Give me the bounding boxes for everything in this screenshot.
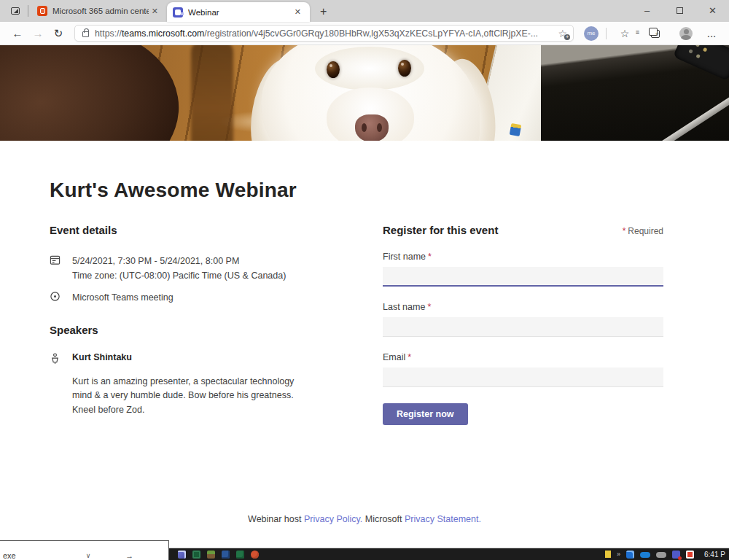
- taskbar-search-box[interactable]: exe ∨ →: [0, 540, 169, 560]
- outlook-tray-icon[interactable]: [626, 551, 634, 559]
- whiteboard-sticker: [510, 123, 522, 136]
- page-title: Kurt's Awesome Webinar: [50, 179, 729, 202]
- required-star: *: [427, 302, 431, 312]
- tab-divider: [28, 5, 28, 17]
- event-location-row: Microsoft Teams meeting: [50, 290, 363, 305]
- tab-strip: Microsoft 365 admin center - Ho ✕ Webina…: [0, 0, 729, 22]
- event-datetime: 5/24/2021, 7:30 PM - 5/24/2021, 8:00 PM: [72, 254, 286, 268]
- close-window-button[interactable]: ✕: [696, 0, 729, 20]
- webinar-registration-page: Kurt's Awesome Webinar Event details 5/2…: [0, 141, 729, 543]
- address-bar[interactable]: https://teams.microsoft.com/registration…: [74, 25, 574, 42]
- minimize-button[interactable]: –: [631, 0, 663, 20]
- new-tab-button[interactable]: +: [316, 5, 331, 18]
- email-input[interactable]: [383, 368, 663, 387]
- event-details-heading: Event details: [50, 224, 363, 236]
- settings-more-button[interactable]: ...: [701, 27, 722, 39]
- maximize-button[interactable]: [663, 0, 696, 20]
- event-timezone: Time zone: (UTC-08:00) Pacific Time (US …: [72, 268, 286, 283]
- favorites-icon[interactable]: ☆: [615, 28, 635, 39]
- dog-nose: [355, 114, 389, 141]
- teams-favicon-icon: [173, 7, 183, 18]
- avatar-icon: [679, 27, 693, 40]
- browser-profile-avatar[interactable]: [676, 27, 696, 40]
- taskbar-app-icon[interactable]: [178, 551, 186, 559]
- required-star: *: [408, 352, 411, 362]
- url-path: /registration/v4j5cvGGr0GRqy180BHbRw,lgX…: [204, 28, 538, 39]
- event-datetime-row: 5/24/2021, 7:30 PM - 5/24/2021, 8:00 PM …: [50, 254, 363, 283]
- tray-overflow-chevron[interactable]: »: [617, 551, 620, 558]
- required-star: *: [428, 252, 432, 262]
- search-box-text: exe: [3, 551, 16, 560]
- browser-window: Microsoft 365 admin center - Ho ✕ Webina…: [0, 0, 729, 560]
- collections-glyph: [651, 30, 660, 38]
- taskbar-app-icon[interactable]: [236, 551, 244, 559]
- taskbar-app-icon[interactable]: [251, 551, 259, 559]
- register-now-button[interactable]: Register now: [383, 403, 468, 425]
- tab-actions-menu-button[interactable]: [6, 2, 25, 20]
- url-text[interactable]: https://teams.microsoft.com/registration…: [95, 28, 553, 39]
- email-label: Email*: [383, 352, 663, 362]
- collections-icon[interactable]: [645, 28, 666, 38]
- forward-button: →: [28, 27, 48, 39]
- presenter-icon: [50, 353, 61, 368]
- navigation-bar: ← → ↻ https://teams.microsoft.com/regist…: [0, 22, 729, 45]
- tab-close-icon[interactable]: ✕: [149, 6, 161, 17]
- back-button[interactable]: ←: [7, 27, 28, 39]
- first-name-input[interactable]: [383, 267, 663, 287]
- speakers-section: Speakers Kurt Shintaku Kurt is an amazin…: [50, 324, 363, 417]
- email-field-group: Email*: [383, 352, 663, 387]
- dog-right-eye: [398, 60, 411, 77]
- recording-tray-icon[interactable]: [686, 551, 694, 559]
- speaker-row: Kurt Shintaku: [50, 352, 363, 368]
- teams-tray-icon[interactable]: [672, 551, 680, 559]
- label-text: Last name: [383, 302, 425, 312]
- tab-webinar[interactable]: Webinar ✕: [167, 2, 310, 22]
- label-text: First name: [383, 252, 426, 262]
- required-note: *Required: [623, 226, 663, 236]
- last-name-input[interactable]: [383, 317, 663, 337]
- speakers-heading: Speakers: [50, 324, 363, 336]
- refresh-button[interactable]: ↻: [48, 27, 69, 40]
- chevron-down-icon[interactable]: ∨: [86, 552, 91, 559]
- taskbar-app-icon[interactable]: [222, 551, 230, 559]
- privacy-statement-link[interactable]: Privacy Statement.: [405, 514, 481, 524]
- taskbar-clock[interactable]: 6:41 P: [704, 551, 728, 559]
- registration-form: Register for this event *Required First …: [383, 224, 663, 425]
- page-footer: Webinar host Privacy Policy. Microsoft P…: [0, 514, 729, 543]
- maximize-icon: [677, 7, 683, 14]
- location-icon: [50, 291, 61, 305]
- required-note-text: Required: [628, 226, 663, 236]
- system-tray: » 6:41 P: [605, 551, 729, 559]
- cloud-tray-icon[interactable]: [656, 552, 666, 558]
- taskbar-app-icon[interactable]: [207, 551, 215, 559]
- label-text: Email: [383, 352, 405, 362]
- go-arrow-icon[interactable]: →: [125, 551, 133, 560]
- taskbar-app-icon[interactable]: [192, 551, 200, 559]
- window-controls: – ✕: [631, 0, 729, 20]
- taskbar-apps: [178, 551, 259, 559]
- event-info-column: Event details 5/24/2021, 7:30 PM - 5/24/…: [50, 224, 363, 425]
- last-name-field-group: Last name*: [383, 302, 663, 337]
- profile-extension-badge[interactable]: me: [584, 26, 599, 41]
- speaker-name: Kurt Shintaku: [72, 352, 132, 368]
- url-domain: teams.microsoft.com: [122, 28, 204, 39]
- required-star: *: [623, 226, 626, 236]
- nav-divider: [606, 28, 607, 39]
- lock-icon: [82, 31, 89, 37]
- onedrive-tray-icon[interactable]: [640, 552, 650, 558]
- tab-close-icon[interactable]: ✕: [292, 7, 304, 18]
- tab-title: Microsoft 365 admin center - Ho: [52, 7, 149, 15]
- banner-photo: [0, 45, 729, 141]
- first-name-field-group: First name*: [383, 252, 663, 287]
- tab-admin-center[interactable]: Microsoft 365 admin center - Ho ✕: [31, 2, 167, 20]
- office-favicon-icon: [37, 6, 47, 16]
- tab-actions-icon: [11, 7, 20, 15]
- bottom-strip: » 6:41 P exe ∨ →: [0, 543, 729, 560]
- add-favorite-icon[interactable]: ☆: [558, 28, 567, 39]
- sticky-note-icon[interactable]: [605, 551, 611, 558]
- privacy-policy-link[interactable]: Privacy Policy.: [304, 514, 362, 524]
- calendar-icon: [50, 254, 61, 283]
- event-location: Microsoft Teams meeting: [72, 290, 174, 305]
- footer-microsoft-text: Microsoft: [365, 514, 402, 524]
- url-scheme: https://: [95, 28, 122, 39]
